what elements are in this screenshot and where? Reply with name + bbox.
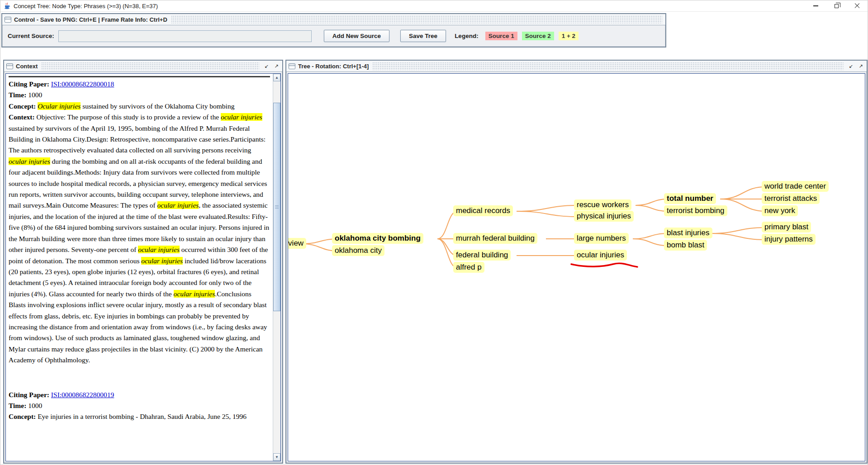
highlighted-phrase: Ocular injuries	[38, 102, 81, 110]
tree-node[interactable]: primary blast	[762, 222, 811, 232]
frame-maximize-icon[interactable]: ↗	[273, 63, 280, 70]
restore-button[interactable]	[826, 0, 847, 12]
legend-chip: Source 2	[522, 32, 554, 40]
minimize-button[interactable]	[805, 0, 826, 12]
citing-paper-link[interactable]: ISI:000086822800018	[51, 80, 114, 88]
tree-node[interactable]: blast injuries	[664, 228, 712, 238]
red-underline-annotation	[571, 263, 637, 267]
current-source-input[interactable]	[58, 30, 312, 42]
frame-restore-icon[interactable]: ↙	[847, 63, 854, 70]
frame-restore-icon[interactable]: ↙	[263, 63, 270, 70]
scrollbar-thumb[interactable]	[273, 103, 280, 311]
tree-canvas: reviewoklahoma city bombingoklahoma city…	[288, 74, 865, 461]
tree-node[interactable]: rescue workers	[574, 199, 631, 210]
tree-panel: Tree - Rotation: Ctrl+[1-4] ↙ ↗ reviewok…	[285, 60, 868, 464]
divider	[9, 76, 270, 77]
tree-edge	[711, 233, 766, 240]
legend-label: Legend:	[455, 33, 479, 39]
control-row: Current Source: Add New Source Save Tree…	[4, 27, 664, 45]
tree-panel-titlebar[interactable]: Tree - Rotation: Ctrl+[1-4] ↙ ↗	[286, 61, 867, 72]
tree-node[interactable]: review	[288, 238, 306, 249]
tree-edge	[517, 211, 578, 217]
control-panel: Control - Save to PNG: Ctrl+E | Frame Ra…	[1, 13, 666, 47]
close-icon	[854, 3, 860, 9]
tree-node[interactable]: medical records	[453, 205, 513, 216]
tree-node[interactable]: large numbers	[574, 233, 629, 244]
close-button[interactable]	[847, 0, 868, 12]
highlighted-phrase: ocular injuries	[141, 257, 183, 265]
tree-edge	[517, 205, 578, 211]
tree-node[interactable]: world trade center	[762, 181, 829, 192]
citing-paper-link[interactable]: ISI:000086822800019	[51, 391, 114, 399]
highlighted-phrase: ocular injuries	[174, 290, 215, 298]
context-entry: Citing Paper: ISI:000086822800019Time: 1…	[9, 389, 270, 422]
current-source-label: Current Source:	[8, 33, 54, 39]
tree-node[interactable]: oklahoma city bombing	[332, 233, 423, 244]
control-panel-title: Control - Save to PNG: Ctrl+E | Frame Ra…	[14, 16, 167, 23]
frame-icon	[5, 17, 11, 23]
tree-node[interactable]: total number	[664, 193, 716, 204]
tree-node[interactable]: ocular injuries	[574, 250, 627, 261]
legend-items: Source 1Source 21 + 2	[485, 32, 579, 40]
tree-edge	[711, 228, 766, 233]
context-entry: Citing Paper: ISI:000086822800018Time: 1…	[9, 79, 270, 366]
context-panel-titlebar[interactable]: Context ↙ ↗	[4, 61, 282, 72]
tree-edge	[633, 233, 668, 239]
tree-edges	[288, 74, 865, 461]
window-title: Concept Tree: Node Type: Phrases (>=3) (…	[14, 3, 158, 9]
context-text: Citing Paper: ISI:000086822800018Time: 1…	[6, 74, 273, 461]
tree-node[interactable]: physical injuries	[574, 211, 634, 222]
titlebar-texture	[171, 15, 662, 24]
tree-node[interactable]: federal building	[453, 250, 511, 261]
highlighted-phrase: ocular injuries	[9, 157, 50, 165]
window-titlebar: Concept Tree: Node Type: Phrases (>=3) (…	[0, 0, 868, 12]
titlebar-texture	[41, 62, 259, 70]
restore-icon	[835, 4, 839, 8]
tree-edge	[720, 187, 766, 199]
tree-node[interactable]: oklahoma city	[332, 245, 384, 256]
highlighted-phrase: ocular injuries	[157, 201, 199, 209]
add-new-source-button[interactable]: Add New Source	[324, 30, 389, 42]
tree-node[interactable]: terrorist bombing	[664, 205, 727, 216]
frame-maximize-icon[interactable]: ↗	[857, 63, 864, 70]
tree-node[interactable]: injury patterns	[762, 234, 816, 245]
tree-edge	[636, 199, 668, 205]
highlighted-phrase: ocular injuries	[138, 246, 180, 253]
context-panel-title: Context	[16, 63, 38, 70]
tree-panel-title: Tree - Rotation: Ctrl+[1-4]	[298, 63, 369, 70]
java-cup-icon	[4, 2, 11, 9]
context-content: Citing Paper: ISI:000086822800018Time: 1…	[5, 73, 281, 461]
tree-node[interactable]: murrah federal building	[453, 233, 537, 244]
scroll-down-button[interactable]	[273, 453, 280, 461]
legend-chip: Source 1	[485, 32, 517, 40]
tree-node[interactable]: alfred p	[453, 262, 484, 273]
tree-content: reviewoklahoma city bombingoklahoma city…	[288, 73, 865, 461]
context-panel: Context ↙ ↗ Citing Paper: ISI:0000868228…	[3, 60, 283, 464]
minimize-icon	[813, 5, 818, 6]
frame-icon	[6, 63, 13, 69]
tree-node[interactable]: bomb blast	[664, 240, 707, 251]
titlebar-texture	[372, 62, 844, 70]
scroll-up-button[interactable]	[273, 74, 280, 81]
tree-node[interactable]: new york	[762, 205, 798, 216]
highlighted-phrase: ocular injuries	[221, 113, 262, 121]
tree-edge	[633, 239, 668, 246]
app-window: { "window": { "title": "Concept Tree: No…	[0, 0, 868, 465]
tree-edge	[636, 205, 668, 211]
tree-node[interactable]: terrorist attacks	[762, 193, 820, 204]
frame-icon	[289, 63, 295, 69]
legend-chip: 1 + 2	[559, 32, 579, 40]
context-scrollbar[interactable]	[273, 74, 280, 461]
save-tree-button[interactable]: Save Tree	[400, 30, 446, 42]
control-panel-titlebar[interactable]: Control - Save to PNG: Ctrl+E | Frame Ra…	[2, 14, 665, 25]
